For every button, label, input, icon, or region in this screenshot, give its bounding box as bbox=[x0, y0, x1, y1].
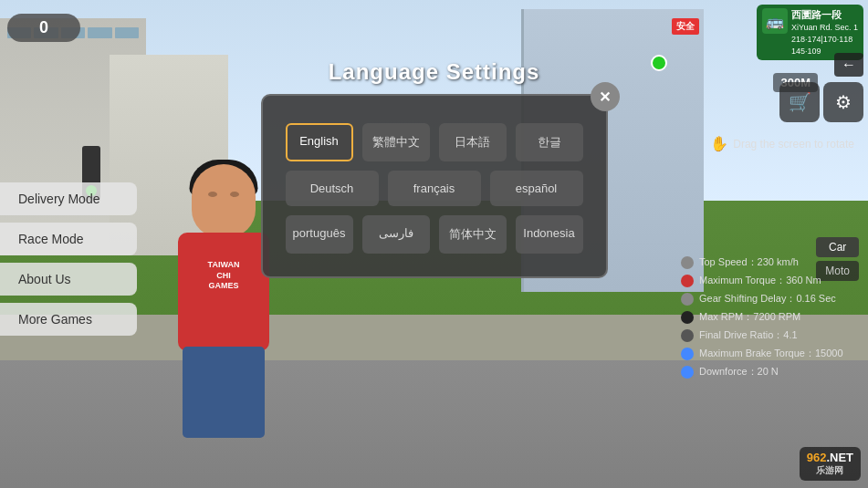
watermark-sub: 乐游网 bbox=[807, 464, 853, 477]
modal-overlay: Language Settings ✕ English 繁體中文 日本語 한글 … bbox=[0, 0, 868, 488]
modal-box: ✕ English 繁體中文 日本語 한글 Deutsch français e… bbox=[261, 94, 608, 278]
lang-btn-korean[interactable]: 한글 bbox=[516, 123, 583, 161]
lang-btn-simplified-chinese[interactable]: 简体中文 bbox=[439, 215, 507, 254]
lang-btn-indonesia[interactable]: Indonesia bbox=[516, 215, 583, 254]
lang-btn-traditional-chinese[interactable]: 繁體中文 bbox=[362, 123, 430, 161]
modal-close-button[interactable]: ✕ bbox=[591, 82, 620, 111]
language-row-3: português فارسی 简体中文 Indonesia bbox=[286, 215, 583, 254]
lang-btn-english[interactable]: English bbox=[286, 123, 353, 161]
lang-btn-farsi[interactable]: فارسی bbox=[362, 215, 430, 254]
lang-btn-spanish[interactable]: español bbox=[490, 171, 583, 206]
language-row-1: English 繁體中文 日本語 한글 bbox=[286, 123, 583, 161]
watermark-text: 962 bbox=[807, 451, 827, 464]
lang-btn-german[interactable]: Deutsch bbox=[286, 171, 379, 206]
lang-btn-portuguese[interactable]: português bbox=[286, 215, 353, 254]
language-row-2: Deutsch français español bbox=[286, 171, 583, 206]
watermark: 962.NET 乐游网 bbox=[800, 447, 861, 481]
lang-btn-french[interactable]: français bbox=[388, 171, 481, 206]
lang-btn-japanese[interactable]: 日本語 bbox=[439, 123, 507, 161]
modal-title: Language Settings bbox=[329, 59, 540, 85]
